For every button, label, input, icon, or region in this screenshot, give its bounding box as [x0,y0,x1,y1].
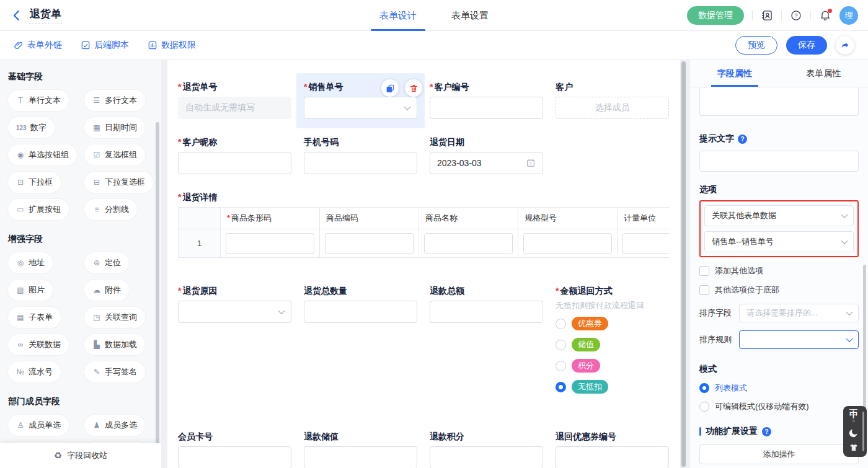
field-item-lookup-query[interactable]: ◳关联查询 [84,307,145,328]
field-item-number[interactable]: 123数字 [8,117,55,138]
checkbox-icon[interactable] [699,285,709,295]
unit-input[interactable] [622,233,670,254]
product-name-input[interactable] [424,233,513,254]
return-date-input[interactable]: 2023-03-03 7 [430,152,543,174]
tab-form-settings[interactable]: 表单设置 [451,0,489,31]
member-card-input[interactable] [178,446,291,468]
product-code-input[interactable] [325,233,414,254]
radio-icon[interactable] [556,319,566,329]
sidebar-scrollbar[interactable] [156,122,159,468]
form-external-link[interactable]: 表单外链 [14,40,62,51]
field-return-reason[interactable]: 退货原因 [178,286,291,401]
field-customer[interactable]: 客户 选择成员 [556,82,669,119]
checkbox-icon[interactable] [699,266,709,276]
radio-selected-icon[interactable] [556,382,566,392]
refund-option-stored-value[interactable]: 储值 [556,338,669,351]
field-item-subform[interactable]: ▤子表单 [8,307,61,328]
data-permission-link[interactable]: 数据权限 [148,40,196,51]
help-icon[interactable]: ? [790,9,802,22]
coupon-no-input[interactable] [556,446,669,468]
radio-selected-icon[interactable] [699,383,709,393]
return-reason-select[interactable] [178,301,291,323]
help-icon[interactable]: ? [738,135,747,144]
field-item-member-multi[interactable]: ♟成员多选 [84,415,145,436]
select-member-button[interactable]: 选择成员 [556,97,669,119]
save-button[interactable]: 保存 [786,36,827,55]
avatar[interactable]: 理 [839,6,858,25]
back-button[interactable] [10,9,24,22]
add-other-option-row[interactable]: 添加其他选项 [699,265,859,276]
field-return-detail-subform[interactable]: 退货详情 商品条形码 商品编码 商品名称 规格型号 计量单位 [178,193,670,258]
backend-script-link[interactable]: 后端脚本 [81,40,129,51]
contacts-icon[interactable] [761,9,773,22]
radio-icon[interactable] [699,402,709,412]
field-item-multi-line-text[interactable]: ☰多行文本 [84,90,145,111]
field-refund-method[interactable]: 金额退回方式 无抵扣则按付款流程退回 优惠券 储值 积分 无抵扣 [556,286,669,401]
delete-field-button[interactable] [405,79,422,97]
radio-icon[interactable] [556,361,566,371]
field-item-linked-data[interactable]: ∞关联数据 [8,334,69,355]
shirt-icon[interactable] [849,443,859,453]
refund-option-no-deduction[interactable]: 无抵扣 [556,380,669,394]
field-nickname[interactable]: 客户昵称 [178,138,291,174]
field-return-date[interactable]: 退货日期 2023-03-03 7 [430,138,543,174]
customer-no-input[interactable] [430,97,543,119]
mode-editable-radio[interactable]: 可编辑模式(仅移动端有效) [699,401,859,412]
data-manage-button[interactable]: 数据管理 [687,6,744,25]
field-item-location[interactable]: ⊕定位 [84,252,129,273]
tab-field-properties[interactable]: 字段属性 [690,60,779,87]
field-item-data-load[interactable]: ▙数据加载 [84,334,145,355]
tab-form-properties[interactable]: 表单属性 [779,60,868,87]
page-title[interactable]: 退货单 [29,7,63,24]
field-sales-no-selected[interactable]: 销售单号 [296,73,425,128]
field-item-attachment[interactable]: ☁附件 [84,280,129,301]
field-item-serial-number[interactable]: №流水号 [8,361,61,382]
floating-extension-widget[interactable]: 中 ɔ [843,406,867,457]
field-item-address[interactable]: ◎地址 [8,252,53,273]
canvas-scrollbar-thumb[interactable] [681,61,686,467]
nickname-input[interactable] [178,152,291,174]
spec-model-input[interactable] [523,233,612,254]
field-total-amount[interactable]: 退款总额 [430,286,543,401]
panel-scrolled-input[interactable] [699,87,859,116]
radio-icon[interactable] [556,340,566,350]
barcode-input[interactable] [226,233,314,254]
sales-no-select[interactable] [304,97,417,119]
order-no-input[interactable]: 自动生成无需填写 [178,97,291,119]
hint-text-input[interactable] [699,151,859,172]
refund-option-coupon[interactable]: 优惠券 [556,317,669,330]
share-button[interactable] [836,36,854,55]
total-amount-input[interactable] [430,301,543,323]
field-item-multi-select[interactable]: ⊟下拉复选框 [84,172,153,193]
tab-form-design[interactable]: 表单设计 [379,0,417,31]
field-total-qty[interactable]: 退货总数量 [304,286,417,401]
refund-option-points[interactable]: 积分 [556,359,669,373]
option-field-select[interactable]: 销售单--销售单号 [704,231,854,252]
field-item-datetime[interactable]: ▦日期时间 [84,117,145,138]
sort-field-select[interactable]: 请选择需要排序的... [739,304,859,322]
canvas-scrollbar[interactable] [680,60,687,468]
field-item-divider[interactable]: ≡分割线 [84,199,137,220]
field-mobile[interactable]: 手机号码 [304,138,417,174]
field-item-single-line-text[interactable]: T单行文本 [8,90,69,111]
field-coupon-no[interactable]: 退回优惠券编号 [556,432,669,468]
moon-icon[interactable] [848,428,859,438]
add-action-button[interactable]: 添加操作 [699,444,859,464]
field-refund-points[interactable]: 退款积分 [430,432,543,468]
help-icon[interactable]: ? [762,427,771,436]
mode-list-radio[interactable]: 列表模式 [699,382,859,394]
refund-points-input[interactable] [430,446,543,468]
refund-stored-input[interactable] [304,446,417,468]
field-item-image[interactable]: ▨图片 [8,280,53,301]
preview-button[interactable]: 预览 [735,36,777,55]
total-qty-input[interactable] [304,301,417,323]
field-item-select[interactable]: ⊡下拉框 [8,172,61,193]
field-customer-no[interactable]: 客户编号 [430,82,543,119]
field-order-no[interactable]: 退货单号 自动生成无需填写 [178,82,291,119]
field-item-checkbox-group[interactable]: ☑复选框组 [84,144,145,166]
field-refund-stored[interactable]: 退款储值 [304,432,417,468]
field-item-radio-group[interactable]: ◉单选按钮组 [8,144,77,166]
option-source-select[interactable]: 关联其他表单数据 [704,205,854,226]
copy-field-button[interactable] [381,79,399,97]
field-recycle-bin[interactable]: ♻ 字段回收站 [0,443,161,468]
